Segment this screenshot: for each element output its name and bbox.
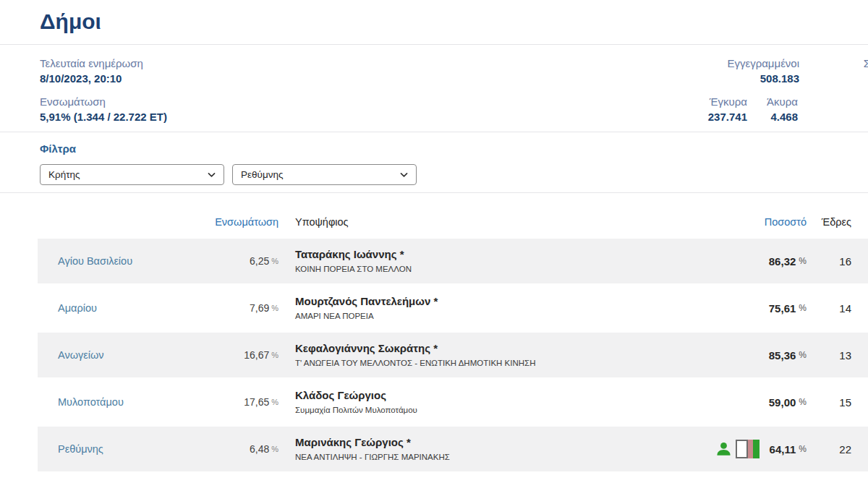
seats-count: 22 xyxy=(807,427,851,471)
integration-value: 5,91% (1.344 / 22.722 ΕΤ) xyxy=(40,109,167,124)
candidate-name: Κλάδος Γεώργιος xyxy=(295,389,386,402)
stat-turnout-label: Συμμετοχή xyxy=(864,56,868,71)
percent-sign: % xyxy=(271,351,278,359)
table-header-row: Ενσωμάτωση Υποψήφιος Ποσοστό Έδρες xyxy=(38,193,868,239)
results-table: Ενσωμάτωση Υποψήφιος Ποσοστό Έδρες Αγίου… xyxy=(38,193,868,471)
filters-title: Φίλτρα xyxy=(40,142,868,155)
result-percent: 64,11 xyxy=(770,443,796,456)
result-percent: 85,36 xyxy=(769,349,796,362)
integration-percent: 16,67 xyxy=(244,349,269,361)
table-row: Αμαρίου 7,69 % Μουρτζανός Παντελεήμων * … xyxy=(38,286,868,330)
percent-sign: % xyxy=(271,257,278,265)
stat-turnout: Συμμετοχή 244.472 xyxy=(864,56,868,86)
percent-sign: % xyxy=(799,256,807,266)
percent-sign: % xyxy=(799,397,807,407)
percent-sign: % xyxy=(271,445,278,453)
stat-valid-value: 237.741 xyxy=(708,109,747,124)
candidate-party: ΑΜΑΡΙ ΝΕΑ ΠΟΡΕΙΑ xyxy=(295,312,374,321)
municipality-filter-select[interactable]: Ρεθύμνης xyxy=(232,164,417,185)
seats-count: 14 xyxy=(807,286,851,330)
percent-sign: % xyxy=(799,303,807,313)
integration-percent: 6,25 xyxy=(250,255,269,267)
table-row: Αγίου Βασιλείου 6,25 % Ταταράκης Ιωάννης… xyxy=(38,239,868,283)
last-update-value: 8/10/2023, 20:10 xyxy=(40,71,143,86)
integration-percent: 17,65 xyxy=(244,396,269,408)
filters-row: Κρήτης Ρεθύμνης xyxy=(40,164,868,185)
stat-registered-label: Εγγεγραμμένοι xyxy=(727,56,799,71)
region-filter-select[interactable]: Κρήτης xyxy=(40,164,224,185)
title-bar: Δήμοι xyxy=(0,0,868,45)
candidate-name: Μαρινάκης Γεώργιος * xyxy=(295,436,411,449)
ballot-result-bar-icon xyxy=(736,440,760,458)
stat-registered-value: 508.183 xyxy=(727,71,799,86)
bar-segment-green xyxy=(753,440,760,458)
integration-summary: Ενσωμάτωση 5,91% (1.344 / 22.722 ΕΤ) xyxy=(40,95,167,124)
seats-count: 13 xyxy=(807,333,851,377)
integration-percent: 7,69 xyxy=(250,302,269,314)
seats-count: 15 xyxy=(807,380,851,424)
candidate-name: Μουρτζανός Παντελεήμων * xyxy=(295,295,438,308)
candidate-party: Συμμαχία Πολιτών Μυλοποτάμου xyxy=(295,406,417,415)
last-update: Τελευταία ενημέρωση 8/10/2023, 20:10 xyxy=(40,56,143,86)
percent-sign: % xyxy=(271,304,278,312)
table-row: Ρεθύμνης 6,48 % Μαρινάκης Γεώργιος * ΝΕΑ… xyxy=(38,427,868,471)
chevron-down-icon xyxy=(207,170,216,179)
stat-valid: Έγκυρα 237.741 xyxy=(708,95,747,124)
person-icon xyxy=(715,440,732,458)
municipality-link[interactable]: Αμαρίου xyxy=(58,302,97,314)
row-status-icons xyxy=(715,440,760,458)
percent-sign: % xyxy=(271,398,278,406)
stat-invalid-value: 4.468 xyxy=(767,109,798,124)
header-percentage-sort-link[interactable]: Ποσοστό xyxy=(765,216,807,228)
stat-invalid-label: Άκυρα xyxy=(767,95,798,109)
results-summary-section: Τελευταία ενημέρωση 8/10/2023, 20:10 Ενσ… xyxy=(0,45,868,132)
table-row: Μυλοποτάμου 17,65 % Κλάδος Γεώργιος Συμμ… xyxy=(38,380,868,424)
bar-segment-rose xyxy=(748,440,753,458)
municipality-link[interactable]: Ανωγείων xyxy=(58,349,104,361)
header-integration-sort-link[interactable]: Ενσωμάτωση xyxy=(215,216,278,228)
municipality-filter-selected-value: Ρεθύμνης xyxy=(241,169,283,180)
candidate-party: ΚΟΙΝΗ ΠΟΡΕΙΑ ΣΤΟ ΜΕΛΛΟΝ xyxy=(295,265,412,274)
percent-sign: % xyxy=(799,350,807,360)
result-percent: 75,61 xyxy=(769,302,796,315)
municipality-link[interactable]: Μυλοποτάμου xyxy=(58,396,124,408)
municipality-link[interactable]: Ρεθύμνης xyxy=(58,443,103,455)
last-update-label: Τελευταία ενημέρωση xyxy=(40,56,143,71)
stat-invalid: Άκυρα 4.468 xyxy=(767,95,798,124)
header-municipality xyxy=(38,228,204,239)
page-title: Δήμοι xyxy=(0,0,868,35)
candidate-party: Τ' ΑΝΩΓΕΙΑ ΤΟΥ ΜΕΛΛΟΝΤΟΣ - ΕΝΩΤΙΚΗ ΔΗΜΟΤ… xyxy=(295,359,535,368)
header-seats: Έδρες xyxy=(822,216,851,228)
candidate-party: ΝΕΑ ΑΝΤΙΛΗΨΗ - ΓΙΩΡΓΗΣ ΜΑΡΙΝΑΚΗΣ xyxy=(295,453,450,462)
seats-count: 16 xyxy=(807,239,851,283)
municipality-link[interactable]: Αγίου Βασιλείου xyxy=(58,255,132,267)
stat-valid-label: Έγκυρα xyxy=(708,95,747,109)
header-candidate: Υποψήφιος xyxy=(295,216,349,228)
chevron-down-icon xyxy=(399,170,409,179)
table-row: Ανωγείων 16,67 % Κεφαλογιάννης Σωκράτης … xyxy=(38,333,868,377)
result-percent: 86,32 xyxy=(769,255,796,268)
candidate-name: Ταταράκης Ιωάννης * xyxy=(295,248,404,261)
bar-segment-white xyxy=(736,440,748,458)
filters-section: Φίλτρα Κρήτης Ρεθύμνης xyxy=(0,132,868,193)
region-filter-selected-value: Κρήτης xyxy=(48,169,80,180)
integration-percent: 6,48 xyxy=(250,443,269,455)
integration-label: Ενσωμάτωση xyxy=(40,95,167,109)
percent-sign: % xyxy=(799,444,807,454)
stat-turnout-value: 244.472 xyxy=(864,71,868,86)
result-percent: 59,00 xyxy=(769,396,796,409)
stat-registered: Εγγεγραμμένοι 508.183 xyxy=(727,56,799,86)
candidate-name: Κεφαλογιάννης Σωκράτης * xyxy=(295,342,438,355)
